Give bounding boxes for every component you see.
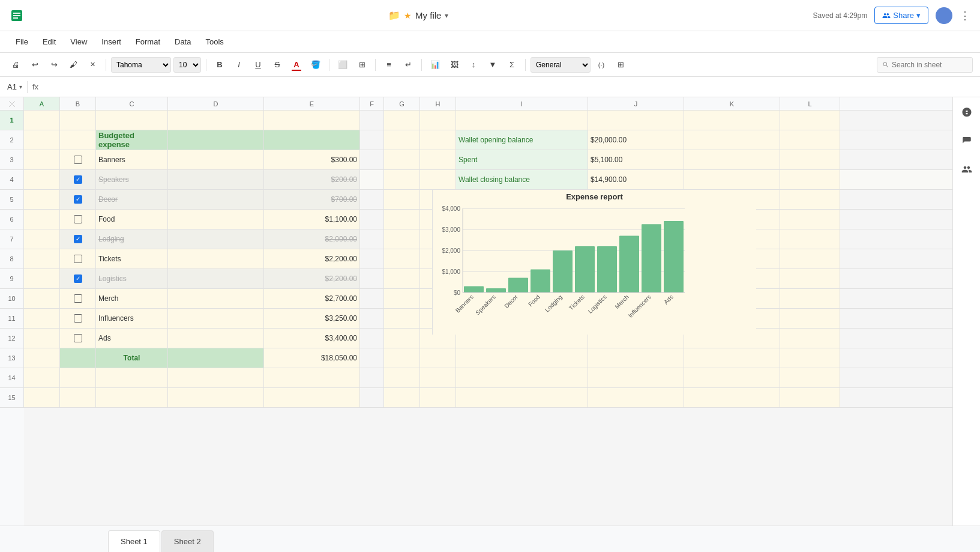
- cell-g9[interactable]: [384, 269, 420, 288]
- cell-l6[interactable]: [780, 210, 840, 229]
- col-header-d[interactable]: D: [168, 97, 264, 110]
- cell-a1[interactable]: [24, 111, 60, 130]
- row-num-5[interactable]: 5: [0, 190, 24, 210]
- cell-a10[interactable]: [24, 289, 60, 308]
- sheet-tab-1[interactable]: Sheet 1: [108, 530, 160, 552]
- cell-g4[interactable]: [384, 170, 420, 189]
- formula-button[interactable]: (·): [593, 56, 610, 73]
- cell-f8[interactable]: [360, 249, 384, 268]
- cell-i3[interactable]: Spent: [456, 150, 588, 169]
- col-header-a[interactable]: A: [24, 97, 60, 110]
- cell-j14[interactable]: [588, 368, 684, 387]
- cell-l4[interactable]: [780, 170, 840, 189]
- cell-i2[interactable]: Wallet opening balance: [456, 130, 588, 150]
- cell-e11[interactable]: $3,250.00: [264, 309, 360, 328]
- checkbox-banners[interactable]: [62, 156, 93, 164]
- cell-l1[interactable]: [780, 111, 840, 130]
- checkbox-ads-box[interactable]: [74, 334, 82, 342]
- text-wrap-button[interactable]: ↵: [400, 56, 416, 73]
- cell-c5[interactable]: Decor: [96, 190, 168, 209]
- checkbox-lodging[interactable]: [62, 235, 93, 243]
- col-header-h[interactable]: H: [420, 97, 456, 110]
- col-header-l[interactable]: L: [780, 97, 840, 110]
- col-header-g[interactable]: G: [384, 97, 420, 110]
- cell-c7[interactable]: Lodging: [96, 229, 168, 249]
- cell-e13[interactable]: $18,050.00: [264, 348, 360, 368]
- cell-g14[interactable]: [384, 368, 420, 387]
- menu-tools[interactable]: Tools: [199, 35, 229, 49]
- format-select[interactable]: General: [531, 57, 591, 73]
- cell-h15[interactable]: [420, 388, 456, 407]
- cell-f4[interactable]: [360, 170, 384, 189]
- cell-d10[interactable]: [168, 289, 264, 308]
- cell-i15[interactable]: [456, 388, 588, 407]
- merge-button[interactable]: ⊞: [353, 56, 370, 73]
- col-header-c[interactable]: C: [96, 97, 168, 110]
- cell-h1[interactable]: [420, 111, 456, 130]
- cell-c3[interactable]: Banners: [96, 150, 168, 169]
- cell-d4[interactable]: [168, 170, 264, 189]
- cell-l7[interactable]: [780, 229, 840, 249]
- row-num-12[interactable]: 12: [0, 329, 24, 348]
- cell-a12[interactable]: [24, 329, 60, 348]
- cell-g11[interactable]: [384, 309, 420, 328]
- formula-sidebar-icon[interactable]: [957, 102, 976, 121]
- cell-a4[interactable]: [24, 170, 60, 189]
- row-num-3[interactable]: 3: [0, 150, 24, 170]
- cell-b5[interactable]: [60, 190, 96, 209]
- cell-a3[interactable]: [24, 150, 60, 169]
- cell-f14[interactable]: [360, 368, 384, 387]
- cell-j15[interactable]: [588, 388, 684, 407]
- cell-e10[interactable]: $2,700.00: [264, 289, 360, 308]
- checkbox-food[interactable]: [62, 215, 93, 223]
- cell-f3[interactable]: [360, 150, 384, 169]
- cell-g1[interactable]: [384, 111, 420, 130]
- cell-f13[interactable]: [360, 348, 384, 368]
- cell-f2[interactable]: [360, 130, 384, 150]
- cell-g2[interactable]: [384, 130, 420, 150]
- cell-i1[interactable]: [456, 111, 588, 130]
- row-num-13[interactable]: 13: [0, 348, 24, 368]
- cell-f10[interactable]: [360, 289, 384, 308]
- more-toolbar-button[interactable]: ⊞: [612, 56, 629, 73]
- menu-data[interactable]: Data: [169, 35, 197, 49]
- cell-l13[interactable]: [780, 348, 840, 368]
- cell-a8[interactable]: [24, 249, 60, 268]
- cell-d9[interactable]: [168, 269, 264, 288]
- paint-format-button[interactable]: 🖌: [65, 56, 82, 73]
- row-num-7[interactable]: 7: [0, 229, 24, 249]
- row-num-1[interactable]: 1: [0, 111, 24, 130]
- menu-insert[interactable]: Insert: [95, 35, 127, 49]
- cell-l9[interactable]: [780, 269, 840, 288]
- menu-edit[interactable]: Edit: [37, 35, 62, 49]
- menu-view[interactable]: View: [64, 35, 93, 49]
- cell-d1[interactable]: [168, 111, 264, 130]
- checkbox-food-box[interactable]: [74, 215, 82, 223]
- cell-l2[interactable]: [780, 130, 840, 150]
- cell-a9[interactable]: [24, 269, 60, 288]
- cell-i13[interactable]: [456, 348, 588, 368]
- font-color-button[interactable]: A: [288, 56, 305, 73]
- cell-f5[interactable]: [360, 190, 384, 209]
- cell-e2[interactable]: [264, 130, 360, 150]
- cell-k4[interactable]: [684, 170, 780, 189]
- cell-c13[interactable]: Total: [96, 348, 168, 368]
- sheet-tab-2[interactable]: Sheet 2: [161, 530, 214, 552]
- row-num-6[interactable]: 6: [0, 210, 24, 229]
- cell-i4[interactable]: Wallet closing balance: [456, 170, 588, 189]
- cell-b7[interactable]: [60, 229, 96, 249]
- cell-d2[interactable]: [168, 130, 264, 150]
- cell-f6[interactable]: [360, 210, 384, 229]
- cell-c11[interactable]: Influencers: [96, 309, 168, 328]
- cell-c10[interactable]: Merch: [96, 289, 168, 308]
- bold-button[interactable]: B: [211, 56, 228, 73]
- cell-f12[interactable]: [360, 329, 384, 348]
- comment-sidebar-icon[interactable]: [957, 131, 976, 150]
- cell-g5[interactable]: [384, 190, 420, 209]
- checkbox-decor[interactable]: [62, 195, 93, 204]
- cell-l8[interactable]: [780, 249, 840, 268]
- cell-j2[interactable]: $20,000.00: [588, 130, 684, 150]
- clear-format-button[interactable]: ✕: [84, 56, 101, 73]
- row-num-11[interactable]: 11: [0, 309, 24, 329]
- cell-a5[interactable]: [24, 190, 60, 209]
